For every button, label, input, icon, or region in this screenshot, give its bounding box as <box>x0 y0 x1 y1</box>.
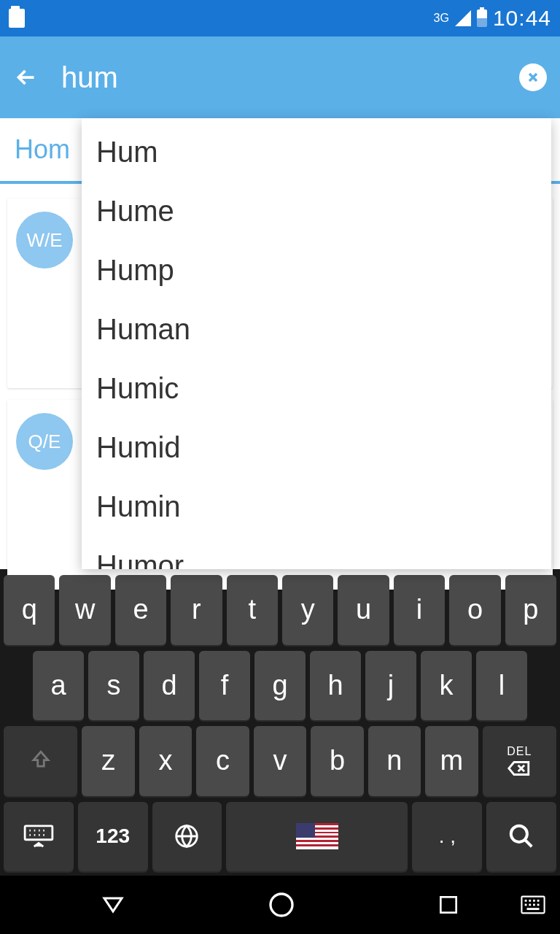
suggestion-dropdown: Hum Hume Hump Human Humic Humid Humin Hu… <box>82 118 551 569</box>
suggestion-item[interactable]: Hump <box>82 241 551 300</box>
key-numeric[interactable]: 123 <box>78 802 148 872</box>
svg-rect-6 <box>525 900 527 902</box>
sd-card-icon <box>9 9 25 28</box>
nav-home-icon[interactable] <box>267 890 296 919</box>
key-e[interactable]: e <box>115 575 166 645</box>
key-g[interactable]: g <box>254 651 306 721</box>
close-icon <box>526 70 540 85</box>
svg-rect-9 <box>537 900 540 902</box>
key-r[interactable]: r <box>171 575 222 645</box>
shift-icon <box>28 749 53 773</box>
svg-point-2 <box>511 826 527 842</box>
key-punctuation[interactable]: . , <box>412 802 482 872</box>
svg-point-3 <box>271 894 292 916</box>
clock: 10:44 <box>493 6 551 31</box>
svg-rect-0 <box>25 826 52 840</box>
key-z[interactable]: z <box>82 726 134 796</box>
battery-icon <box>477 9 487 27</box>
suggestion-item[interactable]: Humin <box>82 477 551 536</box>
key-n[interactable]: n <box>368 726 421 796</box>
tab-home[interactable]: Hom <box>15 134 70 165</box>
key-l[interactable]: l <box>476 651 527 721</box>
key-s[interactable]: s <box>88 651 139 721</box>
key-v[interactable]: v <box>254 726 306 796</box>
key-b[interactable]: b <box>311 726 363 796</box>
key-j[interactable]: j <box>365 651 416 721</box>
svg-rect-4 <box>441 897 456 912</box>
globe-icon <box>173 822 201 850</box>
search-header: hum <box>0 36 560 118</box>
key-u[interactable]: u <box>338 575 389 645</box>
suggestion-item[interactable]: Humid <box>82 418 551 477</box>
key-q[interactable]: q <box>4 575 55 645</box>
nav-recent-icon[interactable] <box>437 893 460 916</box>
suggestion-item[interactable]: Hum <box>82 123 551 182</box>
suggestion-item[interactable]: Humic <box>82 359 551 418</box>
svg-rect-14 <box>527 908 540 910</box>
svg-rect-7 <box>529 900 531 902</box>
key-a[interactable]: a <box>33 651 84 721</box>
suggestion-item[interactable]: Humor <box>82 536 551 569</box>
key-globe[interactable] <box>152 802 222 872</box>
key-h[interactable]: h <box>310 651 361 721</box>
svg-rect-13 <box>537 904 540 906</box>
key-keyboard-toggle[interactable] <box>4 802 74 872</box>
flag-us-icon <box>296 823 338 849</box>
keyboard: q w e r t y u i o p a s d f g h j k l z <box>0 569 560 876</box>
search-icon <box>508 822 535 850</box>
avatar: W/E <box>16 212 73 269</box>
backspace-icon <box>507 760 532 777</box>
search-input[interactable]: hum <box>61 61 497 94</box>
delete-label: DEL <box>507 745 532 758</box>
suggestion-item[interactable]: Human <box>82 300 551 359</box>
key-m[interactable]: m <box>425 726 478 796</box>
key-space[interactable] <box>226 802 408 872</box>
key-p[interactable]: p <box>505 575 556 645</box>
key-k[interactable]: k <box>421 651 472 721</box>
key-w[interactable]: w <box>59 575 110 645</box>
svg-rect-12 <box>533 904 535 906</box>
nav-back-icon[interactable] <box>100 892 126 918</box>
key-delete[interactable]: DEL <box>483 726 556 796</box>
key-d[interactable]: d <box>144 651 195 721</box>
key-i[interactable]: i <box>394 575 445 645</box>
suggestion-item[interactable]: Hume <box>82 182 551 241</box>
nav-keyboard-icon[interactable] <box>521 895 545 914</box>
key-f[interactable]: f <box>199 651 250 721</box>
content-area: Hom a W/E Q/E Hum Hume Hump Human Humic … <box>0 118 560 569</box>
avatar: Q/E <box>16 413 73 470</box>
keyboard-down-icon <box>23 822 55 850</box>
network-label: 3G <box>434 12 449 25</box>
clear-search-button[interactable] <box>519 63 547 91</box>
signal-icon <box>455 10 471 26</box>
svg-rect-11 <box>529 904 531 906</box>
key-shift[interactable] <box>4 726 77 796</box>
key-o[interactable]: o <box>449 575 500 645</box>
key-x[interactable]: x <box>139 726 192 796</box>
key-t[interactable]: t <box>227 575 278 645</box>
status-bar: 3G 10:44 <box>0 0 560 36</box>
navigation-bar <box>0 876 560 934</box>
key-c[interactable]: c <box>196 726 249 796</box>
svg-rect-10 <box>525 904 527 906</box>
svg-rect-8 <box>533 900 535 902</box>
key-search[interactable] <box>486 802 556 872</box>
back-arrow-icon[interactable] <box>13 64 39 90</box>
key-y[interactable]: y <box>282 575 333 645</box>
